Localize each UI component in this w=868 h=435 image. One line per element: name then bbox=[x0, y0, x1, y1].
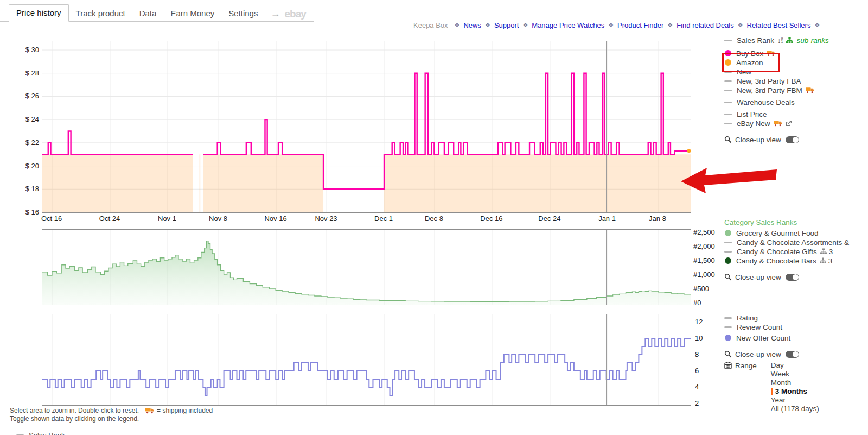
legend-item-new-fba[interactable]: New, 3rd Party FBA bbox=[724, 77, 866, 85]
annotation-red-arrow bbox=[675, 161, 781, 194]
diamond-separator-icon: ❖ bbox=[667, 22, 673, 29]
legend-item-amazon[interactable]: Amazon bbox=[724, 58, 866, 67]
diamond-separator-icon: ❖ bbox=[738, 22, 743, 29]
zoom-hint-text: Select area to zoom in. Double-click to … bbox=[10, 407, 139, 414]
tab-track-product[interactable]: Track product bbox=[69, 6, 132, 21]
link-news[interactable]: News bbox=[463, 21, 481, 29]
link-support[interactable]: Support bbox=[494, 21, 519, 29]
keepa-box-label: Keepa Box bbox=[413, 21, 448, 29]
sales-rank-chart[interactable] bbox=[42, 229, 691, 305]
range-option-3-months[interactable]: 3 Months bbox=[771, 387, 819, 396]
legend-label: New, 3rd Party FBA bbox=[737, 77, 801, 85]
tab-price-history[interactable]: Price history bbox=[9, 4, 69, 22]
keepa-nav-links: Keepa Box ❖ News ❖ Support ❖ Manage Pric… bbox=[413, 21, 815, 29]
legend-item-ebay-new[interactable]: eBay New bbox=[724, 119, 866, 128]
legend-item-new[interactable]: New bbox=[724, 67, 866, 76]
footer-partial-row: Sales Rank bbox=[16, 431, 65, 435]
rank-y-axis: #2,500#2,000#1,500#1,000#500#0 bbox=[693, 229, 724, 304]
tab-settings[interactable]: Settings bbox=[221, 6, 265, 21]
tab-bar: Price history Track product Data Earn Mo… bbox=[0, 5, 314, 22]
range-option-week[interactable]: Week bbox=[771, 370, 819, 379]
axis-tick-label: Dec 24 bbox=[538, 215, 560, 223]
legend-item-new-offer-count[interactable]: New Offer Count bbox=[724, 333, 866, 342]
legend-dash-icon bbox=[724, 123, 732, 124]
axis-tick-label: 6 bbox=[695, 366, 699, 374]
offer-count-dot-icon bbox=[725, 335, 731, 341]
close-up-view-control[interactable]: Close-up view bbox=[724, 273, 866, 281]
close-up-toggle[interactable] bbox=[786, 351, 799, 358]
link-find-related-deals[interactable]: Find related Deals bbox=[676, 21, 734, 29]
range-option-month[interactable]: Month bbox=[771, 379, 819, 387]
legend-dash-icon bbox=[724, 71, 732, 73]
magnifier-icon bbox=[724, 273, 732, 281]
close-up-view-control[interactable]: Close-up view bbox=[724, 135, 866, 144]
legend-item-buy-box[interactable]: Buy Box bbox=[724, 49, 866, 58]
link-product-finder[interactable]: Product Finder bbox=[617, 21, 663, 29]
close-up-view-label: Close-up view bbox=[735, 273, 781, 281]
close-up-view-control[interactable]: Close-up view bbox=[724, 350, 866, 358]
close-up-view-label: Close-up view bbox=[735, 350, 781, 358]
legend-item-candy-bars[interactable]: Candy & Chocolate Bars 3 bbox=[724, 256, 866, 265]
legend-label: Candy & Chocolate Assortments & bbox=[737, 238, 849, 247]
arrow-right-icon: → bbox=[265, 8, 284, 21]
axis-tick-label: $ 20 bbox=[25, 161, 39, 169]
tab-earn-money[interactable]: Earn Money bbox=[163, 6, 221, 21]
sort-numeric-icon[interactable]: ↓91 bbox=[777, 36, 783, 45]
legend-item-review-count[interactable]: Review Count bbox=[724, 323, 866, 331]
legend-item-new-fbm[interactable]: New, 3rd Party FBM bbox=[724, 86, 866, 94]
footer-help-line1: Select area to zoom in. Double-click to … bbox=[10, 407, 213, 414]
tab-data[interactable]: Data bbox=[132, 6, 164, 21]
range-option-year[interactable]: Year bbox=[771, 396, 819, 405]
external-link-icon[interactable] bbox=[786, 120, 792, 127]
axis-tick-label: Oct 16 bbox=[41, 215, 62, 223]
axis-tick-label: Dec 8 bbox=[425, 215, 443, 223]
price-history-chart[interactable] bbox=[42, 41, 691, 213]
diamond-separator-icon: ❖ bbox=[485, 22, 490, 29]
shipping-included-text: = shipping included bbox=[157, 407, 213, 414]
legend-dash-icon bbox=[724, 326, 732, 328]
keepa-price-history-page: { "tabs": { "items": ["Price history", "… bbox=[0, 0, 868, 435]
link-manage-price-watches[interactable]: Manage Price Watches bbox=[532, 21, 604, 29]
legend-label: New, 3rd Party FBM bbox=[737, 86, 802, 94]
axis-tick-label: Nov 1 bbox=[158, 215, 176, 223]
legend-label: Review Count bbox=[737, 323, 782, 331]
legend-item-list-price[interactable]: List Price bbox=[724, 110, 866, 118]
sub-ranks-link[interactable]: sub-ranks bbox=[796, 36, 828, 45]
link-related-best-sellers[interactable]: Related Best Sellers bbox=[747, 21, 811, 29]
range-option-day[interactable]: Day bbox=[771, 361, 819, 370]
ebay-logo[interactable]: ebay bbox=[284, 8, 305, 21]
legend-item-sales-rank[interactable]: Sales Rank ↓91 sub-ranks bbox=[724, 36, 866, 45]
legend-label: New bbox=[737, 68, 751, 76]
calendar-icon bbox=[724, 362, 732, 369]
legend-dash-icon bbox=[724, 317, 732, 319]
legend-dash-icon bbox=[724, 114, 732, 115]
diamond-separator-icon: ❖ bbox=[814, 22, 820, 29]
axis-tick-label: 2 bbox=[695, 399, 699, 407]
range-option-all[interactable]: All (1178 days) bbox=[771, 405, 819, 413]
subcategory-count: 3 bbox=[828, 257, 833, 265]
axis-tick-label: #2,000 bbox=[693, 242, 715, 250]
magnifier-icon bbox=[724, 136, 732, 143]
toggle-hint-text: Toggle shown data by clicking on the leg… bbox=[10, 415, 139, 423]
legend-item-candy-assortments[interactable]: Candy & Chocolate Assortments & bbox=[724, 238, 866, 247]
axis-tick-label: #2,500 bbox=[693, 228, 715, 236]
price-legend: Sales Rank ↓91 sub-ranks Buy Box Amazon … bbox=[724, 36, 866, 144]
offer-count-chart[interactable] bbox=[42, 314, 691, 406]
range-options: Day Week Month 3 Months Year All (1178 d… bbox=[771, 361, 819, 413]
axis-tick-label: $ 22 bbox=[25, 138, 39, 146]
axis-tick-label: $ 16 bbox=[25, 208, 39, 216]
legend-item-warehouse-deals[interactable]: Warehouse Deals bbox=[724, 98, 866, 106]
legend-label: Grocery & Gourmet Food bbox=[736, 229, 819, 237]
price-y-axis: $ 30$ 28$ 26$ 24$ 22$ 20$ 18$ 16 bbox=[15, 41, 39, 212]
close-up-toggle[interactable] bbox=[786, 274, 799, 281]
axis-tick-label: #500 bbox=[693, 284, 709, 292]
legend-label: Buy Box bbox=[736, 49, 763, 58]
category-dot-icon bbox=[725, 257, 731, 264]
legend-label: Amazon bbox=[736, 59, 763, 67]
legend-item-grocery-gourmet[interactable]: Grocery & Gourmet Food bbox=[724, 229, 866, 237]
legend-item-rating[interactable]: Rating bbox=[724, 313, 866, 322]
axis-tick-label: Nov 8 bbox=[209, 215, 227, 223]
legend-item-candy-gifts[interactable]: Candy & Chocolate Gifts 3 bbox=[724, 247, 866, 256]
legend-dash-icon bbox=[724, 251, 732, 253]
close-up-toggle[interactable] bbox=[786, 136, 799, 143]
